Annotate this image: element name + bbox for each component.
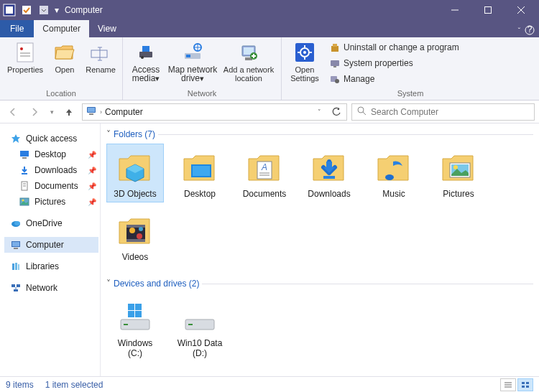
- svg-rect-94: [135, 311, 142, 317]
- drive-windows-c[interactable]: Windows (C:): [106, 293, 164, 362]
- folder-3d-objects[interactable]: 3D Objects: [106, 144, 164, 202]
- svg-rect-63: [12, 263, 14, 270]
- tab-view[interactable]: View: [89, 20, 125, 37]
- svg-rect-10: [17, 43, 33, 62]
- videos-folder-icon: [115, 210, 155, 251]
- svg-point-59: [14, 221, 20, 225]
- tab-computer[interactable]: Computer: [34, 20, 89, 37]
- tree-onedrive[interactable]: OneDrive: [4, 215, 98, 231]
- status-item-count: 9 items: [6, 380, 34, 390]
- uninstall-program-button[interactable]: Uninstall or change a program: [326, 40, 462, 55]
- svg-rect-14: [91, 50, 107, 57]
- access-media-button[interactable]: Access media▾: [127, 39, 165, 87]
- svg-rect-103: [526, 386, 529, 388]
- close-button[interactable]: [505, 0, 538, 20]
- maximize-button[interactable]: [471, 0, 505, 20]
- forward-button[interactable]: [26, 103, 43, 121]
- qat-overflow-icon[interactable]: ▾: [53, 2, 60, 18]
- qat-checkbox-icon[interactable]: [19, 2, 34, 18]
- svg-rect-73: [193, 166, 210, 176]
- view-icons-button[interactable]: [517, 378, 533, 391]
- documents-folder-icon: A: [244, 147, 285, 187]
- navigation-bar: ▾ › Computer ˅: [0, 101, 539, 123]
- open-settings-button[interactable]: Open Settings: [286, 39, 323, 87]
- section-folders-header[interactable]: ˅ Folders (7): [106, 128, 533, 141]
- ribbon-group-system: Open Settings Uninstall or change a prog…: [282, 37, 539, 100]
- svg-rect-2: [22, 6, 31, 14]
- folder-desktop[interactable]: Desktop: [171, 144, 229, 202]
- add-network-location-button[interactable]: Add a network location: [221, 39, 277, 87]
- search-box[interactable]: [351, 103, 535, 121]
- tree-pictures[interactable]: Pictures📌: [4, 194, 98, 210]
- section-drives-header[interactable]: ˅ Devices and drives (2): [106, 277, 533, 290]
- computer-icon: [10, 239, 22, 251]
- quick-access-icon: [10, 133, 22, 144]
- svg-point-48: [358, 107, 364, 113]
- svg-line-49: [363, 112, 366, 115]
- minimize-button[interactable]: [438, 0, 471, 20]
- address-bar[interactable]: › Computer ˅: [82, 103, 347, 121]
- svg-rect-19: [142, 46, 149, 52]
- folder-music[interactable]: Music: [365, 144, 423, 202]
- recent-locations-button[interactable]: ▾: [47, 103, 56, 121]
- address-dropdown-icon[interactable]: ˅: [312, 105, 326, 119]
- help-icon[interactable]: ?: [525, 25, 535, 37]
- tree-libraries[interactable]: Libraries: [4, 258, 98, 274]
- svg-rect-67: [17, 284, 20, 287]
- svg-point-88: [139, 227, 143, 231]
- folder-documents[interactable]: A Documents: [236, 144, 293, 202]
- tree-desktop[interactable]: Desktop📌: [4, 146, 98, 162]
- app-icon[interactable]: [1, 2, 17, 18]
- system-properties-button[interactable]: System properties: [326, 56, 462, 70]
- svg-text:A: A: [261, 162, 267, 172]
- uninstall-icon: [329, 42, 341, 53]
- downloads-folder-icon: [309, 147, 349, 187]
- back-button[interactable]: [4, 103, 22, 121]
- open-button[interactable]: Open: [49, 39, 80, 87]
- titlebar: ▾ Computer: [0, 0, 539, 20]
- view-details-button[interactable]: [500, 378, 516, 391]
- ribbon-group-label-network: Network: [123, 89, 281, 100]
- tree-documents[interactable]: Documents📌: [4, 178, 98, 194]
- svg-point-11: [20, 47, 23, 50]
- svg-point-87: [137, 233, 142, 239]
- search-input[interactable]: [371, 107, 530, 117]
- tab-file[interactable]: File: [0, 20, 34, 37]
- svg-rect-92: [135, 304, 142, 310]
- qat-dropdown-icon[interactable]: [36, 2, 52, 18]
- svg-rect-41: [331, 60, 339, 66]
- chevron-down-icon: ˅: [106, 129, 111, 139]
- folder-downloads[interactable]: Downloads: [300, 144, 358, 202]
- rename-icon: [90, 41, 111, 64]
- map-drive-icon: [182, 41, 203, 64]
- properties-button[interactable]: Properties: [4, 39, 46, 87]
- address-crumb-computer[interactable]: Computer: [105, 107, 143, 117]
- ribbon-group-label-system: System: [282, 89, 539, 100]
- content-area: ˅ Folders (7) 3D Objects Desktop A Docum…: [101, 123, 539, 376]
- rename-button[interactable]: Rename: [83, 39, 118, 87]
- up-button[interactable]: [60, 103, 78, 121]
- desktop-icon: [19, 149, 30, 160]
- onedrive-icon: [10, 218, 22, 229]
- tree-downloads[interactable]: Downloads📌: [4, 162, 98, 178]
- desktop-folder-icon: [180, 147, 220, 187]
- chevron-down-icon: ˅: [106, 279, 111, 289]
- folder-pictures[interactable]: Pictures: [430, 144, 487, 202]
- pin-icon: 📌: [88, 182, 96, 190]
- chevron-right-icon[interactable]: ›: [100, 108, 102, 116]
- svg-rect-39: [331, 46, 338, 52]
- folder-videos[interactable]: Videos: [106, 207, 164, 266]
- refresh-button[interactable]: [329, 107, 344, 117]
- manage-button[interactable]: Manage: [326, 72, 462, 86]
- map-network-drive-button[interactable]: Map network drive▾: [167, 39, 218, 87]
- pin-icon: 📌: [88, 167, 96, 174]
- svg-rect-64: [15, 263, 17, 270]
- tree-quick-access[interactable]: Quick access: [4, 131, 98, 146]
- tree-network[interactable]: Network: [4, 280, 98, 296]
- tree-computer[interactable]: Computer: [4, 237, 98, 253]
- quick-access-toolbar: ▾: [1, 2, 60, 18]
- drive-win10-data-d[interactable]: Win10 Data (D:): [171, 293, 229, 362]
- downloads-icon: [19, 164, 30, 176]
- svg-rect-68: [14, 289, 18, 291]
- ribbon-collapse-icon[interactable]: ˇ: [518, 27, 520, 35]
